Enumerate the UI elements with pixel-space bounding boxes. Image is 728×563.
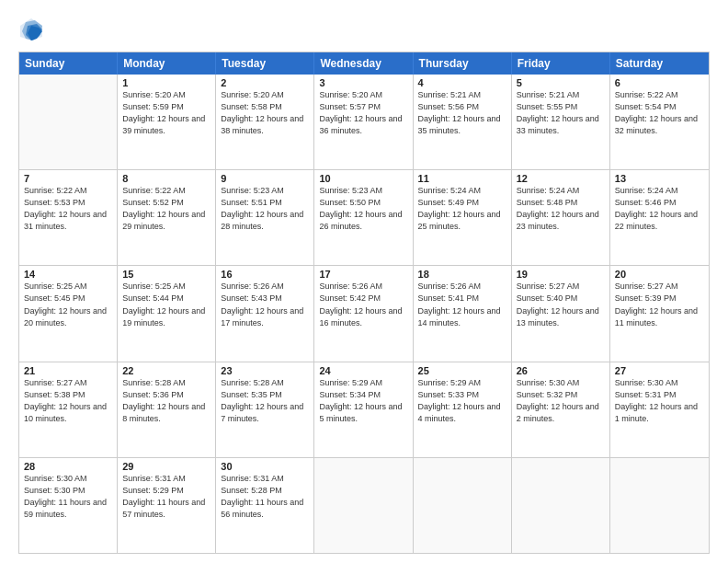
day-number: 12 xyxy=(517,173,605,184)
calendar-cell xyxy=(414,458,512,553)
calendar-cell: 28Sunrise: 5:30 AM Sunset: 5:30 PM Dayli… xyxy=(19,458,118,553)
day-number: 24 xyxy=(319,365,407,376)
calendar-cell: 30Sunrise: 5:31 AM Sunset: 5:28 PM Dayli… xyxy=(216,458,314,553)
calendar-cell: 29Sunrise: 5:31 AM Sunset: 5:29 PM Dayli… xyxy=(118,458,216,553)
day-number: 6 xyxy=(615,77,704,88)
day-number: 30 xyxy=(221,461,309,472)
sun-info: Sunrise: 5:20 AM Sunset: 5:59 PM Dayligh… xyxy=(122,89,210,137)
sun-info: Sunrise: 5:24 AM Sunset: 5:49 PM Dayligh… xyxy=(418,185,506,233)
day-number: 10 xyxy=(319,173,407,184)
calendar-cell: 17Sunrise: 5:26 AM Sunset: 5:42 PM Dayli… xyxy=(314,266,413,361)
sun-info: Sunrise: 5:30 AM Sunset: 5:32 PM Dayligh… xyxy=(517,377,605,425)
calendar-cell: 5Sunrise: 5:21 AM Sunset: 5:55 PM Daylig… xyxy=(512,75,610,169)
calendar-cell: 25Sunrise: 5:29 AM Sunset: 5:33 PM Dayli… xyxy=(414,362,512,457)
sun-info: Sunrise: 5:27 AM Sunset: 5:39 PM Dayligh… xyxy=(615,281,704,328)
calendar-week-row: 21Sunrise: 5:27 AM Sunset: 5:38 PM Dayli… xyxy=(19,362,709,458)
calendar-week-row: 14Sunrise: 5:25 AM Sunset: 5:45 PM Dayli… xyxy=(19,266,709,362)
calendar-cell: 19Sunrise: 5:27 AM Sunset: 5:40 PM Dayli… xyxy=(512,266,610,361)
calendar-cell: 15Sunrise: 5:25 AM Sunset: 5:44 PM Dayli… xyxy=(118,266,216,361)
calendar-cell: 22Sunrise: 5:28 AM Sunset: 5:36 PM Dayli… xyxy=(118,362,216,457)
day-number: 26 xyxy=(517,365,605,376)
day-number: 9 xyxy=(221,173,309,184)
sun-info: Sunrise: 5:28 AM Sunset: 5:36 PM Dayligh… xyxy=(122,377,210,425)
day-number: 18 xyxy=(418,269,506,280)
sun-info: Sunrise: 5:26 AM Sunset: 5:41 PM Dayligh… xyxy=(418,281,506,328)
day-number: 8 xyxy=(122,173,210,184)
day-number: 17 xyxy=(319,269,407,280)
sun-info: Sunrise: 5:30 AM Sunset: 5:31 PM Dayligh… xyxy=(615,377,704,425)
day-number: 11 xyxy=(418,173,506,184)
calendar-cell: 8Sunrise: 5:22 AM Sunset: 5:52 PM Daylig… xyxy=(118,170,216,265)
sun-info: Sunrise: 5:25 AM Sunset: 5:44 PM Dayligh… xyxy=(122,281,210,328)
day-number: 22 xyxy=(122,365,210,376)
logo xyxy=(18,17,48,42)
day-number: 3 xyxy=(319,77,407,88)
calendar-cell: 27Sunrise: 5:30 AM Sunset: 5:31 PM Dayli… xyxy=(610,362,709,457)
calendar-week-row: 1Sunrise: 5:20 AM Sunset: 5:59 PM Daylig… xyxy=(19,75,709,170)
calendar-cell: 24Sunrise: 5:29 AM Sunset: 5:34 PM Dayli… xyxy=(314,362,413,457)
sun-info: Sunrise: 5:21 AM Sunset: 5:55 PM Dayligh… xyxy=(517,89,605,137)
calendar-cell: 14Sunrise: 5:25 AM Sunset: 5:45 PM Dayli… xyxy=(19,266,118,361)
sun-info: Sunrise: 5:31 AM Sunset: 5:29 PM Dayligh… xyxy=(122,473,210,521)
calendar-cell: 7Sunrise: 5:22 AM Sunset: 5:53 PM Daylig… xyxy=(19,170,118,265)
calendar-cell: 2Sunrise: 5:20 AM Sunset: 5:58 PM Daylig… xyxy=(216,75,314,169)
calendar-body: 1Sunrise: 5:20 AM Sunset: 5:59 PM Daylig… xyxy=(19,75,709,553)
calendar-header-cell: Sunday xyxy=(19,52,118,75)
sun-info: Sunrise: 5:21 AM Sunset: 5:56 PM Dayligh… xyxy=(418,89,506,137)
sun-info: Sunrise: 5:22 AM Sunset: 5:52 PM Dayligh… xyxy=(122,185,210,233)
calendar-week-row: 28Sunrise: 5:30 AM Sunset: 5:30 PM Dayli… xyxy=(19,458,709,553)
day-number: 14 xyxy=(24,269,112,280)
day-number: 5 xyxy=(517,77,605,88)
day-number: 28 xyxy=(24,461,112,472)
day-number: 23 xyxy=(221,365,309,376)
day-number: 21 xyxy=(24,365,112,376)
calendar-header-cell: Wednesday xyxy=(314,52,413,75)
day-number: 16 xyxy=(221,269,309,280)
calendar-header: SundayMondayTuesdayWednesdayThursdayFrid… xyxy=(19,52,709,75)
sun-info: Sunrise: 5:29 AM Sunset: 5:33 PM Dayligh… xyxy=(418,377,506,425)
calendar-cell: 11Sunrise: 5:24 AM Sunset: 5:49 PM Dayli… xyxy=(414,170,512,265)
calendar-header-cell: Tuesday xyxy=(216,52,314,75)
sun-info: Sunrise: 5:27 AM Sunset: 5:40 PM Dayligh… xyxy=(517,281,605,328)
sun-info: Sunrise: 5:27 AM Sunset: 5:38 PM Dayligh… xyxy=(24,377,112,425)
calendar-cell: 3Sunrise: 5:20 AM Sunset: 5:57 PM Daylig… xyxy=(314,75,413,169)
calendar-cell: 20Sunrise: 5:27 AM Sunset: 5:39 PM Dayli… xyxy=(610,266,709,361)
calendar-header-cell: Monday xyxy=(118,52,216,75)
sun-info: Sunrise: 5:24 AM Sunset: 5:48 PM Dayligh… xyxy=(517,185,605,233)
sun-info: Sunrise: 5:30 AM Sunset: 5:30 PM Dayligh… xyxy=(24,473,112,521)
day-number: 27 xyxy=(615,365,704,376)
sun-info: Sunrise: 5:22 AM Sunset: 5:54 PM Dayligh… xyxy=(615,89,704,137)
calendar-cell: 26Sunrise: 5:30 AM Sunset: 5:32 PM Dayli… xyxy=(512,362,610,457)
day-number: 29 xyxy=(122,461,210,472)
sun-info: Sunrise: 5:20 AM Sunset: 5:58 PM Dayligh… xyxy=(221,89,309,137)
sun-info: Sunrise: 5:29 AM Sunset: 5:34 PM Dayligh… xyxy=(319,377,407,425)
sun-info: Sunrise: 5:25 AM Sunset: 5:45 PM Dayligh… xyxy=(24,281,112,328)
day-number: 4 xyxy=(418,77,506,88)
header xyxy=(18,17,710,42)
sun-info: Sunrise: 5:23 AM Sunset: 5:50 PM Dayligh… xyxy=(319,185,407,233)
calendar-header-cell: Saturday xyxy=(610,52,709,75)
day-number: 1 xyxy=(122,77,210,88)
day-number: 2 xyxy=(221,77,309,88)
calendar-cell: 6Sunrise: 5:22 AM Sunset: 5:54 PM Daylig… xyxy=(610,75,709,169)
day-number: 13 xyxy=(615,173,704,184)
calendar-cell xyxy=(512,458,610,553)
sun-info: Sunrise: 5:26 AM Sunset: 5:43 PM Dayligh… xyxy=(221,281,309,328)
logo-icon xyxy=(18,17,44,42)
calendar-cell: 1Sunrise: 5:20 AM Sunset: 5:59 PM Daylig… xyxy=(118,75,216,169)
sun-info: Sunrise: 5:28 AM Sunset: 5:35 PM Dayligh… xyxy=(221,377,309,425)
day-number: 20 xyxy=(615,269,704,280)
day-number: 15 xyxy=(122,269,210,280)
day-number: 7 xyxy=(24,173,112,184)
calendar-week-row: 7Sunrise: 5:22 AM Sunset: 5:53 PM Daylig… xyxy=(19,170,709,266)
calendar-cell xyxy=(610,458,709,553)
day-number: 19 xyxy=(517,269,605,280)
calendar-header-cell: Thursday xyxy=(414,52,512,75)
sun-info: Sunrise: 5:22 AM Sunset: 5:53 PM Dayligh… xyxy=(24,185,112,233)
calendar-header-cell: Friday xyxy=(512,52,610,75)
calendar: SundayMondayTuesdayWednesdayThursdayFrid… xyxy=(18,52,710,554)
sun-info: Sunrise: 5:31 AM Sunset: 5:28 PM Dayligh… xyxy=(221,473,309,521)
calendar-cell xyxy=(314,458,413,553)
calendar-cell: 21Sunrise: 5:27 AM Sunset: 5:38 PM Dayli… xyxy=(19,362,118,457)
calendar-cell: 16Sunrise: 5:26 AM Sunset: 5:43 PM Dayli… xyxy=(216,266,314,361)
